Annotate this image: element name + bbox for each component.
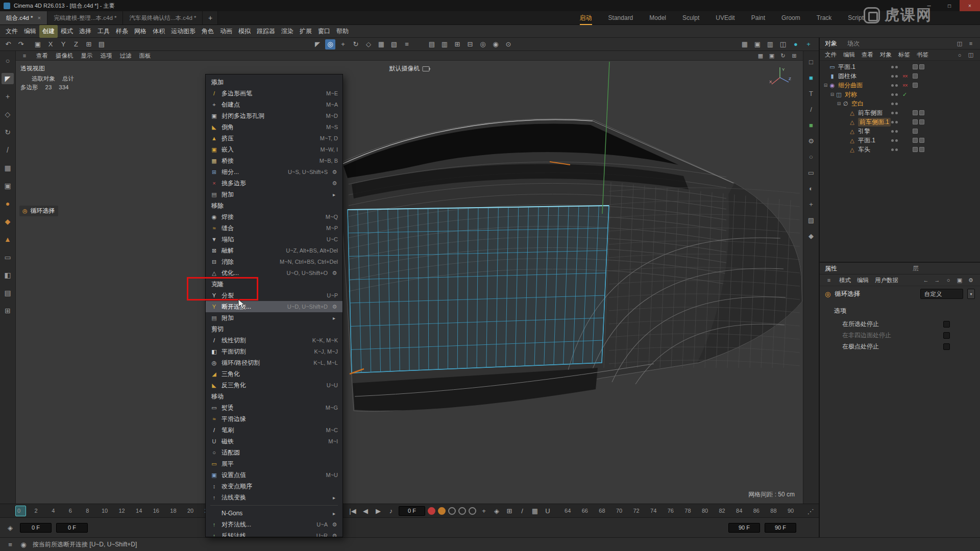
document-tab-2[interactable]: 汽车最终确认结...本.c4d * bbox=[123, 11, 203, 24]
menu-item-close-polygon-hole[interactable]: ▣封闭多边形孔洞M~D bbox=[206, 110, 342, 121]
render-visibility-dot[interactable] bbox=[895, 139, 898, 142]
move-tool-icon[interactable]: + bbox=[2, 91, 14, 102]
document-tab-1[interactable]: 完稿建模-整理...本.c4d * bbox=[47, 11, 123, 24]
polygons-mode-icon[interactable]: ▲ bbox=[2, 234, 14, 245]
menu-item-create-point[interactable]: +创建点M~A bbox=[206, 99, 342, 110]
menu-item-reverse-normals[interactable]: ↕反转法线...U~R⚙ bbox=[206, 530, 342, 537]
expand-toggle-icon[interactable]: ⊟ bbox=[823, 83, 828, 88]
preset-dropdown[interactable]: 自定义 bbox=[920, 289, 963, 299]
new-document-tab-button[interactable]: + bbox=[203, 11, 218, 24]
tag-chips[interactable] bbox=[913, 110, 924, 115]
layout-tab-uvedit[interactable]: UVEdit bbox=[716, 11, 734, 25]
undo-icon[interactable]: ↶ bbox=[3, 39, 13, 49]
menu-item-triangulate[interactable]: ◢三角化 bbox=[206, 368, 342, 380]
generator-icon[interactable]: ■ bbox=[805, 119, 817, 131]
tab-objects[interactable]: 对象 bbox=[825, 39, 837, 48]
menu-tracker[interactable]: 跟踪器 bbox=[254, 25, 278, 38]
attr-panel-menu-icon[interactable]: ≡ bbox=[825, 276, 833, 284]
tag-chips[interactable] bbox=[913, 138, 924, 143]
menu-item-attach[interactable]: ▤附加▸ bbox=[206, 189, 342, 200]
enabled-toggle-off[interactable]: ×× bbox=[902, 83, 908, 88]
menu-edit[interactable]: 编辑 bbox=[21, 25, 39, 38]
menu-item-plane-cut[interactable]: ◧平面切割K~J, M~J bbox=[206, 346, 342, 357]
menu-item-extrude-inner[interactable]: ▣嵌入M~W, I bbox=[206, 144, 342, 155]
viewport[interactable]: ≡查看摄像机显示选项过滤面板▦▣↻⊞ bbox=[16, 51, 803, 504]
snap-3d-icon[interactable]: ◎ bbox=[478, 39, 488, 49]
menu-file[interactable]: 文件 bbox=[3, 25, 21, 38]
visibility-dots[interactable] bbox=[891, 130, 898, 133]
select-tool-icon[interactable]: ◤ bbox=[312, 39, 323, 49]
layout-tab-standard[interactable]: Standard bbox=[608, 11, 633, 25]
range-end-field-0[interactable]: 90 F bbox=[728, 523, 760, 533]
live-selection-tool-icon[interactable]: ◎ bbox=[325, 39, 335, 49]
object-row-symmetry[interactable]: ⊟◫对称✓ bbox=[820, 90, 980, 99]
menu-item-melt[interactable]: ⊠融解U~Z, Alt+BS, Alt+Del bbox=[206, 245, 342, 256]
uv-mode-icon[interactable]: ▤ bbox=[2, 287, 14, 298]
menu-render[interactable]: 渲染 bbox=[278, 25, 297, 38]
deformer-icon[interactable]: ⚙ bbox=[805, 135, 817, 146]
tag-chip[interactable] bbox=[919, 138, 924, 143]
menu-item-set-point-value[interactable]: ▣设置点值M~U bbox=[206, 469, 342, 481]
menu-item-pick-polygon[interactable]: ×挑多边形⚙ bbox=[206, 178, 342, 189]
add-panel-icon[interactable]: + bbox=[803, 39, 814, 49]
render-visibility-dot[interactable] bbox=[895, 103, 898, 105]
axis-x-lock[interactable]: X bbox=[45, 39, 56, 49]
om-menu-tags[interactable]: 标签 bbox=[898, 51, 910, 59]
menu-item-iron[interactable]: ▭熨烫M~G bbox=[206, 402, 342, 413]
menu-item-subdivide[interactable]: ⊞细分...U~S, U~Shift+S⚙ bbox=[206, 166, 342, 178]
points-mode-icon[interactable]: ● bbox=[2, 198, 14, 209]
viewport-menu-cameras[interactable]: 摄像机 bbox=[56, 52, 74, 60]
workplane-mode-icon[interactable]: ◧ bbox=[2, 269, 14, 281]
menu-extensions[interactable]: 扩展 bbox=[297, 25, 315, 38]
ruler-options-icon[interactable]: ⋰ bbox=[805, 506, 816, 516]
edges-mode-icon[interactable]: ◆ bbox=[2, 216, 14, 227]
mesh-tool-icon[interactable]: ▦ bbox=[376, 39, 386, 49]
sound-toggle-icon[interactable]: ♪ bbox=[386, 506, 396, 516]
render-visibility-dot[interactable] bbox=[895, 112, 898, 114]
layout-tab-track[interactable]: Track bbox=[817, 11, 832, 25]
attr-search-icon[interactable]: ○ bbox=[944, 276, 952, 284]
menu-item-line-cut[interactable]: /线性切割K~K, M~K bbox=[206, 335, 342, 346]
maximize-button[interactable]: □ bbox=[939, 0, 960, 11]
vp-all-views-icon[interactable]: ▦ bbox=[756, 52, 765, 60]
track-view-icon[interactable]: ▦ bbox=[530, 506, 540, 516]
editor-visibility-dot[interactable] bbox=[891, 148, 894, 151]
menu-help[interactable]: 帮助 bbox=[333, 25, 352, 38]
viewport-menu-panel[interactable]: 面板 bbox=[139, 52, 151, 60]
menu-item-smooth-edges[interactable]: ≈平滑边缘 bbox=[206, 413, 342, 424]
editor-visibility-dot[interactable] bbox=[891, 130, 894, 133]
render-visibility-dot[interactable] bbox=[895, 121, 898, 123]
camera-object-icon[interactable]: ○ bbox=[805, 151, 817, 162]
viewport-search-icon[interactable]: ○ bbox=[2, 55, 14, 66]
menu-character[interactable]: 角色 bbox=[199, 25, 217, 38]
menu-item-optimize[interactable]: △优化...U~O, U~Shift+O⚙ bbox=[206, 267, 342, 279]
preset-dropdown-arrow[interactable]: ▾ bbox=[967, 289, 975, 299]
snap-grid-icon[interactable]: ⊟ bbox=[465, 39, 475, 49]
menu-spline[interactable]: 样条 bbox=[113, 25, 131, 38]
object-row-plane-1[interactable]: ▭平面.1 bbox=[820, 62, 980, 71]
editor-visibility-dot[interactable] bbox=[891, 66, 894, 68]
menu-item-change-point-order[interactable]: ↕改变点顺序 bbox=[206, 481, 342, 492]
attr-settings-icon[interactable]: ⚙ bbox=[967, 276, 975, 284]
gear-icon[interactable]: ⚙ bbox=[331, 270, 338, 277]
record-keyframe-button[interactable] bbox=[428, 507, 435, 515]
editor-visibility-dot[interactable] bbox=[891, 139, 894, 142]
menu-item-n-gons[interactable]: N-Gons▸ bbox=[206, 508, 342, 519]
range-start-field-0[interactable]: 0 F bbox=[20, 523, 52, 533]
visibility-dots[interactable] bbox=[891, 93, 898, 96]
tag-chip[interactable] bbox=[919, 147, 924, 152]
scale-tool-icon[interactable]: ◇ bbox=[363, 39, 374, 49]
selection-tool-icon[interactable]: ◤ bbox=[2, 73, 14, 84]
text-object-icon[interactable]: T bbox=[805, 88, 817, 99]
expand-toggle-icon[interactable]: ⊟ bbox=[836, 101, 842, 106]
om-panel-icon[interactable]: ◫ bbox=[955, 39, 964, 47]
attr-back-icon[interactable]: ← bbox=[922, 276, 930, 284]
menu-item-magnet[interactable]: U磁铁M~I bbox=[206, 436, 342, 447]
menu-mograph[interactable]: 运动图形 bbox=[168, 25, 199, 38]
visibility-dots[interactable] bbox=[891, 121, 898, 123]
layout-tab-startup[interactable]: 启动 bbox=[580, 11, 592, 25]
object-row-plane-1b[interactable]: △平面.1 bbox=[820, 136, 980, 145]
render-visibility-dot[interactable] bbox=[895, 93, 898, 96]
viewport-canvas[interactable]: 透视视图 选取对象总计 多边形23334 默认摄像机 ◎ 循环选择 网格间距 :… bbox=[16, 61, 803, 504]
menu-volume[interactable]: 体积 bbox=[150, 25, 168, 38]
